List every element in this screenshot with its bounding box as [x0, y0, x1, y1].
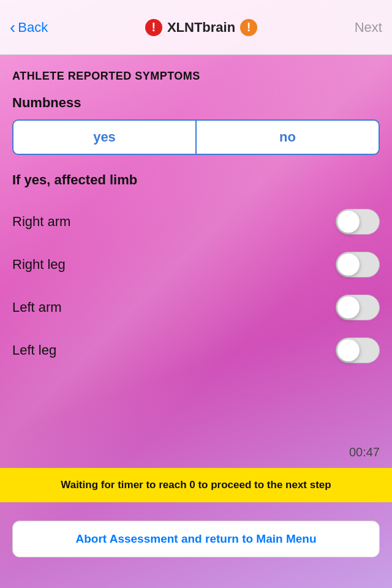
abort-button[interactable]: Abort Assessment and return to Main Menu: [12, 521, 380, 557]
alert-orange-icon: !: [240, 19, 257, 36]
right-arm-toggle[interactable]: [336, 209, 380, 235]
nav-bar: ‹ Back ! XLNTbrain ! Next: [0, 0, 392, 55]
right-leg-label: Right leg: [12, 257, 66, 273]
left-leg-toggle[interactable]: [336, 337, 380, 363]
warning-text: Waiting for timer to reach 0 to proceed …: [61, 479, 331, 491]
left-leg-toggle-thumb: [337, 339, 360, 361]
toggle-row-left-leg: Left leg: [12, 329, 380, 372]
toggle-row-right-arm: Right arm: [12, 200, 380, 243]
right-arm-label: Right arm: [12, 214, 70, 230]
symptom-label: Numbness: [12, 95, 380, 111]
left-leg-label: Left leg: [12, 342, 56, 358]
affected-limb-label: If yes, affected limb: [12, 172, 380, 188]
toggle-row-right-leg: Right leg: [12, 243, 380, 286]
timer-value: 00:47: [349, 445, 380, 459]
right-leg-toggle-thumb: [337, 254, 360, 276]
yes-no-toggle: yes no: [12, 119, 380, 155]
left-arm-toggle-thumb: [337, 296, 360, 318]
toggle-row-left-arm: Left arm: [12, 286, 380, 329]
left-arm-label: Left arm: [12, 300, 62, 315]
content-area: ATHLETE REPORTED SYMPTOMS Numbness yes n…: [0, 55, 392, 372]
right-leg-toggle[interactable]: [336, 252, 380, 277]
alert-red-icon: !: [145, 19, 162, 36]
next-button[interactable]: Next: [355, 20, 382, 36]
no-button[interactable]: no: [197, 121, 379, 154]
abort-button-container: Abort Assessment and return to Main Menu: [12, 521, 380, 557]
section-title: ATHLETE REPORTED SYMPTOMS: [12, 70, 380, 83]
timer-display: 00:47: [349, 445, 380, 459]
back-label: Back: [18, 20, 48, 36]
app-title: XLNTbrain: [167, 20, 235, 36]
yes-button[interactable]: yes: [13, 121, 197, 154]
warning-banner: Waiting for timer to reach 0 to proceed …: [0, 468, 392, 502]
back-chevron-icon: ‹: [10, 18, 15, 37]
nav-title-group: ! XLNTbrain !: [145, 19, 257, 36]
left-arm-toggle[interactable]: [336, 295, 380, 320]
back-button[interactable]: ‹ Back: [10, 18, 48, 37]
right-arm-toggle-thumb: [337, 211, 360, 233]
